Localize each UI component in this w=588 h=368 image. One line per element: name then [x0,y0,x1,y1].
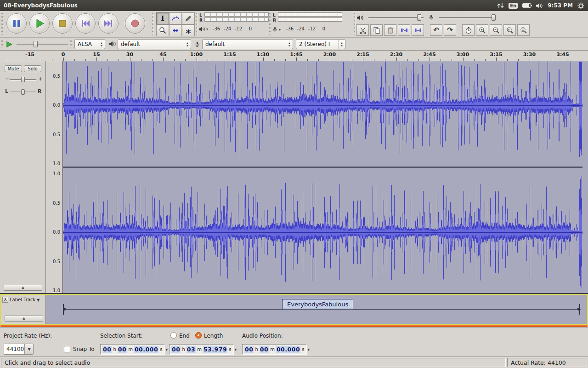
record-button[interactable] [125,13,145,34]
pan-slider[interactable] [10,89,36,95]
mute-button[interactable]: Mute [5,65,22,72]
network-arrows-icon[interactable] [497,3,504,9]
output-volume-slider[interactable] [368,14,424,21]
microphone-icon [194,41,200,48]
recording-meter[interactable]: L R ▾ -36-24-120 [272,12,345,36]
battery-icon[interactable] [522,3,531,8]
ruler-tick [585,59,585,61]
label-handle-right[interactable] [577,304,582,315]
selection-start-time[interactable]: 00 h 00 m 00.000 s ▾ [100,344,165,355]
slider-thumb[interactable] [492,14,496,21]
selection-length-time[interactable]: 00 h 03 m 53.979 s ▾ [169,344,234,355]
toolbar-grip[interactable] [152,13,154,35]
ruler-tick [385,59,385,61]
undo-button[interactable]: ↶ [430,24,442,36]
draw-tool-button[interactable] [182,12,195,24]
stop-button[interactable] [52,13,73,34]
zoom-tool-button[interactable] [156,24,169,36]
undo-icon: ↶ [433,27,439,34]
toolbar-grip[interactable] [1,13,3,35]
speaker-icon [356,15,364,21]
combo-stepper-icon: ▲▼ [286,40,293,49]
ruler-time-label: -15 [25,52,34,58]
slider-thumb[interactable] [34,41,38,47]
toolbar-grip[interactable] [196,13,198,35]
pause-button[interactable] [6,13,27,34]
toolbar-grip[interactable] [1,40,3,48]
skip-start-button[interactable] [75,13,96,34]
input-channels-select[interactable]: 2 (Stereo) I ▲▼ [296,39,345,49]
zoom-out-icon [492,27,500,34]
copy-button[interactable] [370,24,383,36]
solo-button[interactable]: Solo [24,65,41,72]
ruler-tick [174,59,175,61]
project-rate-dropdown[interactable]: ▼ [25,344,34,355]
label-handle-left[interactable] [61,304,67,315]
fit-selection-button[interactable] [503,24,516,36]
toolbar-grip[interactable] [354,13,356,35]
dropdown-arrow-icon[interactable]: ▾ [307,347,310,352]
ruler-tick [341,59,341,61]
slider-thumb[interactable] [21,89,25,95]
envelope-tool-button[interactable] [169,12,182,24]
zoom-in-button[interactable] [476,24,488,36]
snap-to-checkbox[interactable] [64,346,70,352]
ruler-time-label: 1:15 [223,52,236,58]
vertical-ruler-value: -1.0 [51,288,60,293]
play-button[interactable] [29,13,50,34]
slider-thumb[interactable] [417,14,421,21]
meter-scale-value: -36 [286,26,294,31]
ruler-time-label: 1:45 [290,52,302,58]
label-track: X Label Track▼ ▲ EverybodysFabulous [0,294,588,325]
playback-device-select[interactable]: default ▲▼ [118,39,191,49]
gear-icon[interactable] [577,2,584,9]
multi-tool-button[interactable]: * [182,24,195,36]
input-volume-slider[interactable] [439,14,496,21]
timer-button[interactable] [462,24,475,36]
cut-button[interactable] [356,24,369,36]
project-rate-value[interactable]: 44100 [4,344,25,355]
keyboard-indicator[interactable]: En [509,3,518,9]
trim-audio-button[interactable] [398,24,410,36]
dropdown-arrow-icon[interactable]: ▾ [234,347,237,352]
timeshift-tool-button[interactable]: ↔ [169,24,182,36]
slider-thumb[interactable] [21,77,25,82]
skip-end-button[interactable] [98,13,119,34]
dropdown-arrow-icon[interactable]: ▾ [165,347,168,352]
silence-audio-button[interactable] [412,24,424,36]
track-collapse-button[interactable]: ▲ [5,316,43,322]
playback-speed-slider[interactable] [17,40,68,48]
gain-slider[interactable] [10,76,36,83]
zoom-out-button[interactable] [490,24,502,36]
waveform-canvas[interactable] [63,62,582,293]
timeline-ruler[interactable]: -1501530451:001:151:301:452:002:152:302:… [0,51,588,61]
toolbar-grip[interactable] [269,13,271,35]
ruler-tick [530,58,530,61]
ruler-tick [163,58,164,61]
label-text[interactable]: EverybodysFabulous [282,299,353,309]
volume-icon[interactable] [536,3,543,9]
ruler-tick [285,59,286,61]
redo-button[interactable]: ↷ [444,24,456,36]
time-digits: 00.000 [276,346,300,353]
fit-project-button[interactable] [517,24,530,36]
label-track-menu[interactable]: Label Track▼ [10,297,40,303]
ruler-time-label: 3:30 [523,52,536,58]
length-radio[interactable] [195,332,202,339]
selection-tool-button[interactable]: I [156,12,169,24]
track-collapse-button[interactable]: ▲ [4,285,42,291]
audio-host-select[interactable]: ALSA ▲▼ [74,39,105,49]
close-track-button[interactable]: X [2,297,8,303]
playback-meter[interactable]: L R ▾ -36-24-120 [198,12,271,36]
actual-rate: Actual Rate: 44100 [507,358,587,367]
end-radio[interactable] [170,332,177,339]
time-digits: 00 [171,346,181,353]
panel-clock[interactable]: 9:53 PM [548,2,573,9]
recording-device-select[interactable]: default ▲▼ [202,39,293,49]
ruler-tick [252,59,252,61]
audio-position-time[interactable]: 00 h 00 m 00.000 s ▾ [242,344,307,355]
toolbar-grip[interactable] [70,40,72,48]
vertical-ruler[interactable]: 0.50.0-0.5-1.01.00.50.0-0.5-1.0 [46,61,63,293]
play-at-speed-button[interactable] [6,41,12,48]
paste-button[interactable] [384,24,396,36]
